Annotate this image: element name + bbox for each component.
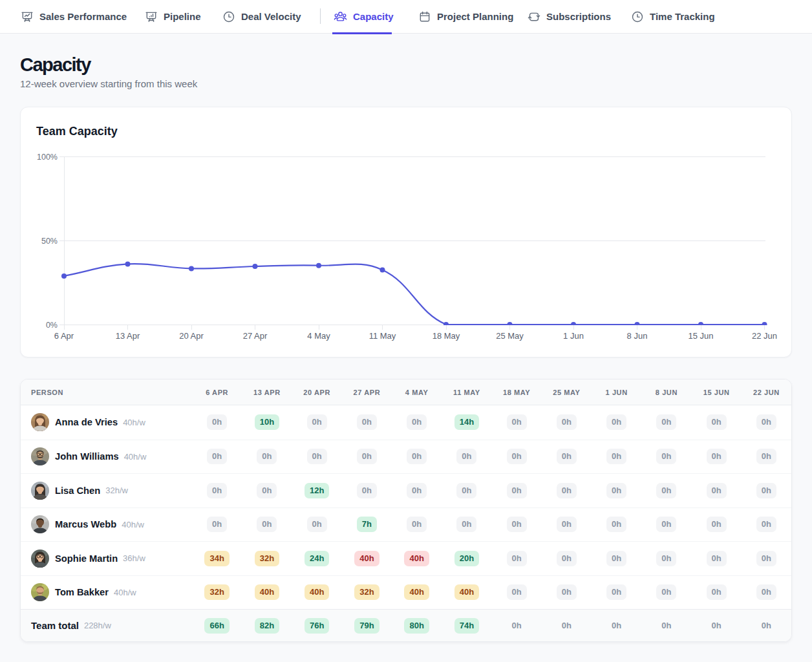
- svg-text:100%: 100%: [37, 153, 58, 162]
- svg-text:27 Apr: 27 Apr: [243, 331, 268, 341]
- svg-text:25 May: 25 May: [496, 331, 524, 341]
- svg-text:22 Jun: 22 Jun: [752, 331, 777, 341]
- svg-text:13 Apr: 13 Apr: [116, 331, 140, 341]
- svg-text:0%: 0%: [46, 321, 58, 330]
- svg-text:15 Jun: 15 Jun: [688, 331, 713, 341]
- svg-text:1 Jun: 1 Jun: [563, 331, 584, 341]
- svg-text:8 Jun: 8 Jun: [627, 331, 648, 341]
- svg-text:4 May: 4 May: [307, 331, 330, 341]
- svg-text:18 May: 18 May: [433, 331, 460, 341]
- svg-text:11 May: 11 May: [369, 331, 396, 341]
- svg-text:6 Apr: 6 Apr: [54, 331, 74, 341]
- svg-text:50%: 50%: [41, 237, 58, 246]
- svg-text:20 Apr: 20 Apr: [179, 331, 204, 341]
